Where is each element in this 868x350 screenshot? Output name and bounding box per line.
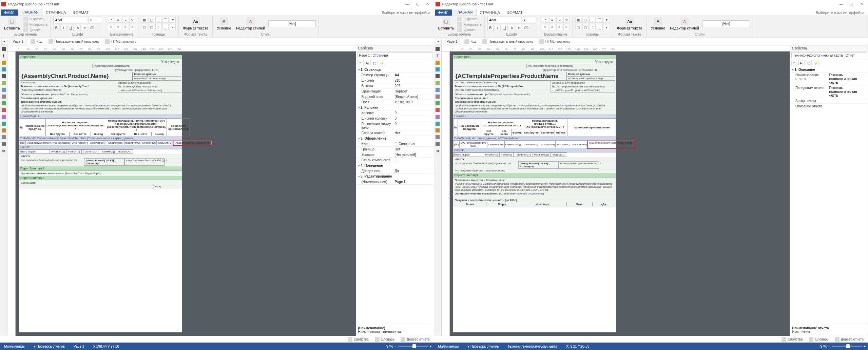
check-label[interactable]: ● Проверка отчетов	[32, 344, 67, 349]
date-interval[interactable]: {AssemblyChartItem.DateInterval}	[20, 88, 117, 92]
align-left-button[interactable]: ≡	[108, 24, 114, 30]
props-group-page[interactable]: 1. Страница	[356, 67, 434, 73]
paste-button[interactable]: 📋 Вставить	[3, 17, 21, 32]
textfmt-button[interactable]: Aa Формат текста	[181, 17, 210, 31]
ttk-num[interactable]: Технико-технологическая карта № {Assembl…	[20, 84, 117, 88]
settings-tool[interactable]: ⚙	[1, 148, 7, 154]
tab-page[interactable]: СТРАНИЦА	[42, 9, 70, 16]
reporttitle-band[interactable]: ReportTitle1	[19, 55, 182, 59]
font-family-combo[interactable]: Arial	[53, 17, 87, 23]
props-az-button[interactable]: A↓	[365, 60, 371, 66]
font-size-combo[interactable]: 8	[89, 17, 102, 23]
props-selector[interactable]: Page 1 : Страница	[358, 52, 432, 58]
unit-label[interactable]: Миллиметры	[2, 344, 27, 349]
html-preview-button[interactable]: HTML просмотр	[103, 39, 138, 45]
cond-button[interactable]: A Условие	[215, 17, 233, 31]
border-style-button[interactable]: ▾	[170, 24, 176, 30]
code-button[interactable]: Код	[28, 39, 44, 45]
bold-button[interactable]: B	[53, 25, 59, 31]
summary2-band[interactable]: ReportSummary2	[19, 176, 182, 180]
copy-button[interactable]: Копировать	[457, 22, 482, 27]
page-tab[interactable]: Page 1	[444, 39, 461, 44]
tab-page[interactable]: СТРАНИЦА	[477, 9, 504, 16]
cut-button[interactable]: Вырезать	[23, 17, 48, 21]
props-group-edit[interactable]: 5. Редактирование	[356, 174, 434, 179]
tab-dict[interactable]: Словарь	[373, 336, 397, 343]
style-combo[interactable]: [Нет]	[268, 20, 316, 27]
quality-text[interactable]: продовольственное сырье, пищевые продукт…	[20, 104, 181, 114]
page-tab[interactable]: Page 1	[9, 39, 26, 44]
clone-tool[interactable]	[1, 94, 7, 100]
col-img[interactable]: AssemblyChartItem.Image	[133, 76, 181, 81]
html-preview-button[interactable]: HTML просмотр	[537, 39, 573, 45]
product-name[interactable]: {ACTemplateProperties.ProductName	[454, 72, 567, 81]
border-left-button[interactable]: ▯	[155, 17, 161, 23]
align-just-button[interactable]: ≡	[129, 24, 135, 30]
tab-props[interactable]: Свойства	[346, 336, 371, 343]
barcode-tool[interactable]	[1, 73, 7, 79]
appearance-cell[interactable]: {AssemblyChart.Appearance}	[173, 141, 212, 145]
checkbox-tool[interactable]	[1, 100, 7, 106]
gauge-tool[interactable]	[1, 134, 7, 140]
border-none-button[interactable]: ▢	[148, 17, 154, 23]
rotate-button[interactable]: ↻	[129, 17, 135, 23]
data-band[interactable]: DataBand3; Бизнес-объект: AssemblyChartI…	[19, 136, 182, 141]
resto[interactable]: Resto Group	[20, 81, 117, 84]
textfmt-button[interactable]: AaФормат текста	[616, 17, 644, 31]
lang-hint[interactable]: Выберите язык интерфейса	[812, 9, 868, 16]
maximize-button[interactable]: ▢	[847, 1, 856, 7]
shape-tool[interactable]	[1, 80, 7, 86]
image-tool[interactable]	[1, 66, 7, 73]
italic-button[interactable]: I	[60, 25, 66, 31]
border-bot-button[interactable]: ▁	[162, 24, 169, 30]
preview-button[interactable]: Предварительный просмотр	[480, 39, 535, 45]
tab-file[interactable]: ФАЙЛ	[435, 9, 452, 16]
ziptool[interactable]	[1, 114, 7, 120]
text-tool[interactable]: T	[1, 53, 7, 59]
props-group-cols[interactable]: 2. Колонки	[356, 105, 434, 110]
total[interactable]: ИТОГО	[20, 155, 181, 158]
approve-label[interactable]: Утверждаю	[20, 60, 181, 64]
chart-tool[interactable]	[1, 121, 7, 127]
border-right-button[interactable]: ▯	[155, 24, 161, 30]
props-group-design[interactable]: 3. Оформление	[356, 136, 434, 141]
font-family-combo[interactable]: Arial	[487, 17, 521, 23]
minimize-button[interactable]: —	[836, 1, 846, 7]
preview-button[interactable]: Предварительный просмотр	[46, 39, 101, 45]
minimize-button[interactable]: —	[403, 1, 412, 7]
code-button[interactable]: Код	[462, 39, 478, 45]
leader-sub[interactable]: (руководитель предприятия, ФИО)	[92, 68, 181, 72]
proto-num[interactable]: № {AssemblyChart.Product.Num}	[117, 85, 181, 88]
proto[interactable]: Согласно акту проработки	[117, 81, 181, 85]
align-center-button[interactable]: ≡	[115, 24, 121, 30]
cross-tool[interactable]	[1, 141, 7, 147]
props-ev-button[interactable]: ⚡	[379, 60, 385, 66]
zoom-control[interactable]: 97%– +	[386, 345, 431, 348]
header-band[interactable]: HeaderBand1	[19, 114, 182, 119]
tab-file[interactable]: ФАЙЛ	[1, 9, 18, 16]
lang-hint[interactable]: Выберите язык интерфейса	[379, 9, 434, 16]
border-top-button[interactable]: ▔	[162, 17, 169, 23]
pointer-tool[interactable]	[1, 46, 7, 52]
border-b1-button[interactable]: ▢	[141, 24, 147, 30]
close-button[interactable]: ✕	[423, 1, 432, 7]
cond-button[interactable]: AУсловие	[650, 17, 667, 31]
hand-tool[interactable]	[1, 60, 7, 66]
delete-button[interactable]: Удалить	[23, 27, 48, 32]
props-selector[interactable]: Технико-технологическая карта : Отчет	[791, 52, 866, 58]
copy-button[interactable]: Копировать	[23, 22, 48, 27]
tab-home[interactable]: ГЛАВНАЯ	[18, 9, 42, 16]
underline-button[interactable]: U	[67, 25, 74, 31]
style-combo[interactable]: [Нет]	[702, 20, 750, 27]
report-page-left[interactable]: ReportTitle1 Утверждаю {AssemblyChart.Le…	[19, 55, 182, 332]
col-data-head[interactable]: Колонка данных	[133, 72, 181, 76]
fill-color-button[interactable]: ▾	[82, 25, 88, 31]
add-page-button[interactable]: +	[436, 39, 442, 45]
style-editor-button[interactable]: AРедактор стилей	[669, 17, 700, 31]
panel-tool[interactable]	[1, 87, 7, 93]
tab-home[interactable]: ГЛАВНАЯ	[452, 9, 476, 16]
map-tool[interactable]	[1, 127, 7, 133]
summary1-band[interactable]: ReportSummary1	[19, 166, 182, 171]
product-name[interactable]: {AssemblyChart.Product.Name}	[20, 72, 133, 81]
props-cat-button[interactable]: ≡	[358, 60, 364, 66]
